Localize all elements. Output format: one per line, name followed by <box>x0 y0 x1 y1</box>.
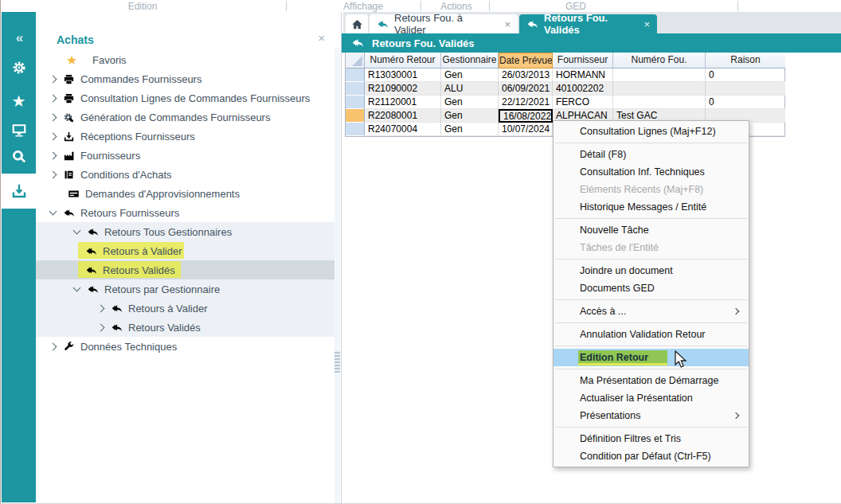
nav-item-fournisseurs[interactable]: Fournisseurs <box>36 146 334 165</box>
nav-item-favoris[interactable]: ★ Favoris <box>36 50 334 69</box>
row-selector[interactable] <box>346 123 365 136</box>
cell[interactable]: R21090002 <box>365 82 441 96</box>
tab-close-button[interactable]: × <box>504 18 510 30</box>
cell[interactable]: 0 <box>706 96 785 109</box>
cell[interactable]: R22080001 <box>365 109 441 123</box>
nav-item-conditions-achats[interactable]: Conditions d'Achats <box>36 165 334 184</box>
chevron-right-icon[interactable] <box>49 94 57 102</box>
cell[interactable]: 401002202 <box>553 82 613 96</box>
chevron-right-icon[interactable] <box>49 75 57 83</box>
column-header[interactable]: Fournisseur <box>553 53 613 68</box>
chevron-down-icon[interactable] <box>49 207 57 215</box>
menu-item-consultation-lignes[interactable]: Consultation Lignes (Maj+F12) <box>553 123 749 140</box>
nav-item-retours-a-valider-tous[interactable]: Retours à Valider <box>36 241 334 260</box>
chevron-right-icon[interactable] <box>49 151 57 159</box>
chevron-right-icon[interactable] <box>49 170 57 178</box>
nav-item-retours-par-gestionnaire[interactable]: Retours par Gestionnaire <box>36 279 334 299</box>
nav-item-retours-tous-gestionnaires[interactable]: Retours Tous Gestionnaires <box>36 222 334 241</box>
favorites-button[interactable]: ★ <box>2 89 36 113</box>
nav-close-button[interactable]: × <box>318 31 325 45</box>
printer-icon <box>63 92 75 104</box>
menu-item-presentations[interactable]: Présentations <box>553 407 749 424</box>
chevron-right-icon[interactable] <box>49 113 57 121</box>
nav-item-retours-fournisseurs[interactable]: Retours Fournisseurs <box>36 203 334 222</box>
nav-item-demandes-approvisionnements[interactable]: Demandes d'Approvisionnements <box>36 184 334 203</box>
column-header-sorted[interactable]: Date Prévue <box>499 53 553 68</box>
row-selector-active[interactable] <box>346 109 365 123</box>
nav-item-consultation-lignes[interactable]: Consultation Lignes de Commandes Fournis… <box>36 88 334 107</box>
cell[interactable]: 22/12/2021 <box>499 96 553 109</box>
chevron-down-icon[interactable] <box>73 283 81 291</box>
row-selector[interactable] <box>346 82 365 96</box>
cell[interactable]: Gen <box>441 68 499 82</box>
cell[interactable]: Gen <box>441 96 499 109</box>
nav-item-retours-valides-tous-selected[interactable]: Retours Validés <box>36 260 334 279</box>
nav-item-receptions-fournisseurs[interactable]: Réceptions Fournisseurs <box>36 127 334 146</box>
tab-close-button[interactable]: × <box>643 18 650 30</box>
row-selector[interactable] <box>346 68 365 82</box>
menu-item-edition-retour-hovered[interactable]: Edition Retour <box>553 349 749 366</box>
cell[interactable]: Gen <box>441 123 499 136</box>
chevron-right-icon[interactable] <box>97 323 105 331</box>
menu-item-detail[interactable]: Détail (F8) <box>553 146 749 163</box>
cell-selected[interactable]: 16/08/2022 <box>499 109 553 123</box>
chevron-right-icon[interactable] <box>97 304 105 312</box>
cell[interactable]: 0 <box>706 68 785 82</box>
menu-item-annulation-validation-retour[interactable]: Annulation Validation Retour <box>553 326 749 343</box>
column-header[interactable]: Gestionnaire <box>441 53 499 68</box>
tab-retours-fou-a-valider[interactable]: Retours Fou. à Valider × <box>370 14 518 33</box>
nav-item-retours-a-valider-par[interactable]: Retours à Valider <box>36 299 334 318</box>
menu-item-joindre-document[interactable]: Joindre un document <box>553 262 749 279</box>
receptions-module-button-active[interactable] <box>2 174 36 209</box>
book-icon <box>63 169 75 181</box>
menu-item-ma-presentation-demarrage[interactable]: Ma Présentation de Démarrage <box>553 372 749 389</box>
cell[interactable]: FERCO <box>553 96 613 109</box>
nav-item-donnees-techniques[interactable]: Données Techniques <box>36 337 334 356</box>
nav-item-commandes-fournisseurs[interactable]: Commandes Fournisseurs <box>36 69 334 88</box>
cell[interactable]: R13030001 <box>365 68 441 82</box>
home-icon <box>351 18 363 30</box>
ribbon-group-actions: Actions <box>440 1 471 12</box>
select-all-corner[interactable] <box>346 53 365 68</box>
cell[interactable]: R24070004 <box>365 123 441 136</box>
cell[interactable]: 06/09/2021 <box>499 82 553 96</box>
cell[interactable] <box>706 82 785 96</box>
chevron-down-icon[interactable] <box>73 226 81 234</box>
column-header[interactable]: Raison <box>706 53 785 68</box>
cell[interactable] <box>613 68 706 82</box>
chevron-right-icon[interactable] <box>49 132 57 140</box>
menu-item-nouvelle-tache[interactable]: Nouvelle Tâche <box>553 221 749 239</box>
chevron-right-icon[interactable] <box>49 342 57 350</box>
cell[interactable]: 10/07/2024 <box>499 123 553 136</box>
table-row[interactable]: R21120001 Gen 22/12/2021 FERCO 0 <box>346 96 784 109</box>
tab-retours-fou-valides-active[interactable]: Retours Fou. Validés × <box>519 14 657 33</box>
cell[interactable]: ALU <box>441 82 499 96</box>
menu-item-consultation-inf-techniques[interactable]: Consultation Inf. Techniques <box>553 163 749 181</box>
menu-item-condition-par-defaut[interactable]: Condition par Défaut (Ctrl-F5) <box>553 447 749 465</box>
cell[interactable] <box>613 82 706 96</box>
cell[interactable] <box>613 96 706 109</box>
menu-item-documents-ged[interactable]: Documents GED <box>553 279 749 297</box>
cell[interactable]: 26/03/2013 <box>499 68 553 82</box>
collapse-sidebar-button[interactable]: « <box>2 26 36 50</box>
menu-item-definition-filtres-tris[interactable]: Définition Filtres et Tris <box>553 430 749 447</box>
table-row[interactable]: R21090002 ALU 06/09/2021 401002202 <box>346 82 784 96</box>
search-button[interactable] <box>2 145 36 169</box>
settings-button[interactable] <box>2 56 36 80</box>
menu-item-historique-messages[interactable]: Historique Messages / Entité <box>553 198 749 216</box>
row-selector[interactable] <box>346 96 365 109</box>
nav-item-retours-valides-par[interactable]: Retours Validés <box>36 318 334 337</box>
column-header[interactable]: Numéro Retour <box>365 53 441 68</box>
cell[interactable]: HORMANN <box>553 68 613 82</box>
cell[interactable]: Gen <box>441 109 499 123</box>
nav-scrollbar-thumb[interactable] <box>334 350 340 373</box>
menu-item-acces-a[interactable]: Accès à ... <box>553 303 749 320</box>
menu-item-actualiser-presentation[interactable]: Actualiser la Présentation <box>553 389 749 407</box>
nav-scrollbar[interactable] <box>334 48 340 503</box>
table-row[interactable]: R13030001 Gen 26/03/2013 HORMANN 0 <box>346 68 784 82</box>
nav-item-generation-commandes[interactable]: Génération de Commandes Fournisseurs <box>36 107 334 127</box>
column-header[interactable]: Numéro Fou. <box>613 53 706 68</box>
tab-home[interactable] <box>346 14 368 33</box>
desktop-button[interactable] <box>2 118 36 142</box>
cell[interactable]: R21120001 <box>365 96 441 109</box>
